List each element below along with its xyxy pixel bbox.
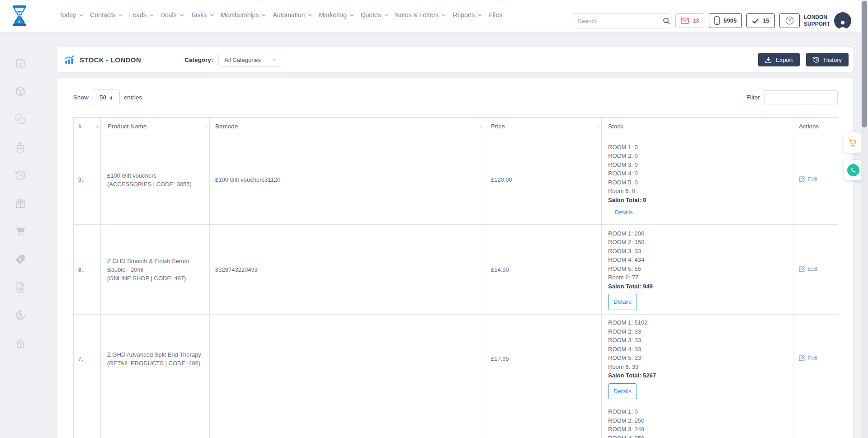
nav-deals[interactable]: Deals [160, 11, 184, 19]
show-label: Show [73, 94, 89, 101]
barcode-cell: £100 Gift vouchers31120 [210, 135, 485, 225]
price-cell [485, 403, 602, 438]
category-label: Category: [184, 57, 213, 63]
search-icon [663, 17, 670, 25]
cart-icon[interactable] [14, 226, 26, 237]
user-name: LONDON SUPPORT [804, 14, 830, 28]
price-cell: £120.00 [485, 135, 602, 225]
nav-files[interactable]: Files [489, 11, 502, 19]
avatar[interactable] [834, 12, 851, 29]
col-header-barcode[interactable]: Barcode↑↓ [210, 118, 485, 135]
details-button[interactable]: Details [608, 383, 637, 400]
nav-notes-letters[interactable]: Notes & Letters [395, 11, 446, 19]
nav-today[interactable]: Today [59, 11, 83, 19]
scrollbar-track[interactable] [861, 0, 868, 438]
nav-quotes[interactable]: Quotes [361, 11, 388, 19]
user-menu[interactable]: LONDON SUPPORT [804, 12, 851, 29]
details-link[interactable]: Details [615, 208, 633, 217]
row-index: 7. [74, 315, 101, 403]
products-cube-icon[interactable] [14, 85, 26, 97]
chevron-down-icon [272, 58, 276, 61]
sort-icon: ↑↓ [95, 123, 98, 129]
price-tag-icon[interactable]: $ [14, 254, 26, 265]
table-controls: Show 50 ▲▼ entries Filter [73, 89, 838, 105]
select-arrows-icon: ▲▼ [110, 95, 113, 100]
messages-badge[interactable]: 13 [675, 13, 704, 28]
purchase-bag-icon[interactable] [14, 141, 26, 153]
salon-total: Salon Total: 5267 [608, 371, 656, 380]
phone-icon [847, 164, 859, 176]
salon-total: Salon Total: 0 [608, 196, 646, 205]
app-window: Today Contacts Leads Deals Tasks Members… [0, 0, 868, 438]
report-file-icon[interactable] [14, 282, 26, 293]
nav-contacts[interactable]: Contacts [90, 11, 122, 19]
filter-input[interactable] [764, 90, 838, 104]
col-header-index[interactable]: #↑↓ [74, 118, 101, 135]
chevron-down-icon [150, 14, 154, 17]
barcode-cell [210, 315, 485, 403]
main-nav: Today Contacts Leads Deals Tasks Members… [59, 0, 502, 32]
calls-badge[interactable]: 5905 [709, 13, 742, 28]
nav-tasks[interactable]: Tasks [191, 11, 214, 19]
edit-icon [799, 355, 805, 361]
gift-icon[interactable] [14, 198, 26, 209]
edit-link[interactable]: Edit [799, 355, 817, 362]
chevron-down-icon [118, 14, 123, 17]
quick-cart-button[interactable] [844, 132, 863, 153]
edit-icon [799, 266, 805, 272]
category-select[interactable]: All Categories [218, 53, 281, 67]
scrollbar-thumb[interactable] [862, 1, 867, 127]
actions-cell: Edit [793, 315, 838, 403]
col-header-product-name[interactable]: Product Name↑↓ [101, 118, 210, 135]
user-activity-icon[interactable] [14, 310, 26, 321]
chevron-down-icon [180, 14, 184, 17]
chevron-down-icon [478, 14, 482, 17]
row-index [74, 403, 101, 438]
chevron-down-icon [308, 14, 312, 17]
user-icon [837, 19, 848, 29]
app-logo[interactable] [11, 4, 28, 28]
global-search [572, 13, 670, 28]
chevron-down-icon [442, 14, 446, 17]
svg-text:12: 12 [19, 62, 22, 66]
history-icon[interactable] [14, 170, 26, 181]
stock-cell: ROOM 1: 0 ROOM 2: 0 ROOM 3: 0 ROOM 4: 0 … [602, 135, 793, 225]
nav-leads[interactable]: Leads [129, 11, 154, 19]
table-row: 9. £100 Gift vouchers (ACCESSORIES | COD… [74, 135, 838, 225]
nav-reports[interactable]: Reports [453, 11, 482, 19]
mobile-phone-icon [714, 16, 720, 25]
page-title: STOCK - LONDON [80, 56, 141, 64]
edit-link[interactable]: Edit [799, 265, 817, 272]
search-input[interactable] [572, 14, 663, 28]
chevron-down-icon [384, 14, 388, 17]
nav-marketing[interactable]: Marketing [319, 11, 354, 19]
export-button[interactable]: Export [758, 53, 800, 66]
nav-memberships[interactable]: Memberships [221, 11, 266, 19]
table-row: 8. Z GHD Smooth & Finish Serum Bauble - … [74, 225, 838, 315]
page-size-select[interactable]: 50 ▲▼ [93, 89, 120, 105]
cart-icon [848, 138, 858, 148]
entries-label: entries [124, 94, 142, 101]
table-header-row: #↑↓ Product Name↑↓ Barcode↑↓ Price↑↓ Sto… [74, 118, 838, 135]
nav-automation[interactable]: Automation [273, 11, 312, 19]
help-badge[interactable]: ? [779, 13, 800, 28]
col-header-price[interactable]: Price↑↓ [485, 118, 602, 135]
copy-icon[interactable] [14, 113, 26, 125]
lock-icon[interactable] [14, 338, 26, 349]
history-button[interactable]: History [806, 53, 849, 66]
edit-link[interactable]: Edit [799, 176, 817, 183]
price-cell: £17.95 [485, 315, 602, 403]
sidebar: 12 $ [0, 57, 41, 349]
quick-call-button[interactable] [844, 160, 863, 180]
details-button[interactable]: Details [608, 294, 637, 310]
calls-count: 5905 [723, 17, 736, 24]
stock-chart-icon [65, 55, 75, 64]
search-button[interactable] [663, 14, 670, 28]
actions-cell: Edit [793, 135, 838, 225]
page-header-card: STOCK - LONDON Category: All Categories … [57, 47, 853, 72]
tasks-badge[interactable]: 15 [746, 13, 774, 28]
calendar-icon[interactable]: 12 [14, 57, 26, 69]
download-icon [765, 57, 772, 63]
stock-table-card: Show 50 ▲▼ entries Filter #↑↓ Product Na… [57, 78, 853, 438]
col-header-actions: Actions [793, 118, 838, 135]
